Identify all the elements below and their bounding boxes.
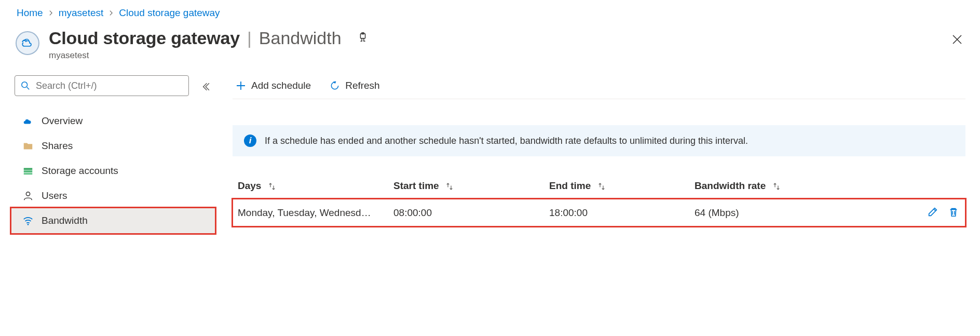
sidebar-nav: Overview Shares [15, 109, 212, 233]
page-subtitle: Bandwidth [259, 28, 342, 48]
refresh-button[interactable]: Refresh [326, 78, 383, 93]
storage-icon [22, 165, 34, 177]
breadcrumb-home[interactable]: Home [17, 7, 43, 19]
breadcrumb-page[interactable]: Cloud storage gateway [119, 7, 220, 19]
main-content: Add schedule Refresh i If a schedule has… [212, 75, 965, 336]
cell-end-time: 18:00:00 [549, 207, 588, 218]
close-button[interactable] [949, 31, 965, 49]
sidebar-search-input[interactable] [15, 75, 189, 96]
plus-icon [236, 80, 246, 91]
column-header-bandwidth-rate[interactable]: Bandwidth rate [689, 175, 908, 199]
sidebar-item-overview[interactable]: Overview [15, 109, 212, 133]
sort-icon [597, 182, 606, 191]
sort-icon [445, 182, 454, 191]
column-header-label: Days [238, 180, 261, 191]
chevron-double-left-icon [200, 82, 210, 91]
column-header-end-time[interactable]: End time [544, 175, 689, 199]
pencil-icon [927, 206, 938, 218]
wifi-icon [22, 214, 34, 227]
sidebar-item-label: Overview [42, 115, 83, 127]
column-header-start-time[interactable]: Start time [388, 175, 544, 199]
sidebar: Overview Shares [15, 75, 212, 336]
chevron-right-icon [108, 10, 114, 16]
info-icon: i [244, 135, 256, 147]
svg-point-6 [26, 192, 30, 196]
add-schedule-label: Add schedule [251, 80, 311, 91]
sort-icon [772, 182, 781, 191]
breadcrumb: Home myasetest Cloud storage gateway [15, 0, 965, 28]
command-bar: Add schedule Refresh [233, 75, 965, 99]
title-separator: | [247, 28, 252, 48]
cell-days: Monday, Tuesday, Wednesd… [238, 207, 383, 219]
schedule-table: Days Start time End time Bandwidth [233, 175, 965, 226]
user-icon [22, 190, 34, 202]
breadcrumb-resource[interactable]: myasetest [59, 7, 104, 19]
sidebar-item-label: Storage accounts [42, 165, 118, 177]
sidebar-item-label: Users [42, 190, 67, 201]
folder-icon [22, 140, 34, 152]
delete-row-button[interactable] [947, 205, 960, 220]
column-header-label: Start time [393, 180, 439, 191]
column-header-days[interactable]: Days [233, 175, 388, 199]
sort-icon [267, 182, 277, 191]
refresh-icon [330, 80, 340, 91]
cell-bandwidth-rate: 64 (Mbps) [695, 207, 739, 218]
add-schedule-button[interactable]: Add schedule [233, 78, 314, 93]
sidebar-item-storage-accounts[interactable]: Storage accounts [15, 158, 212, 183]
refresh-label: Refresh [345, 80, 380, 91]
chevron-right-icon [48, 10, 53, 16]
svg-point-2 [22, 82, 28, 88]
sidebar-item-label: Shares [42, 140, 73, 152]
resource-icon [16, 31, 39, 55]
sidebar-item-users[interactable]: Users [15, 183, 212, 208]
cloud-icon [22, 115, 34, 127]
svg-rect-3 [24, 168, 33, 170]
info-banner: i If a schedule has ended and another sc… [233, 125, 965, 156]
pin-icon [357, 32, 369, 43]
search-icon [21, 81, 30, 90]
edit-row-button[interactable] [926, 205, 940, 220]
sidebar-item-bandwidth[interactable]: Bandwidth [11, 208, 215, 233]
close-icon [952, 34, 962, 45]
svg-point-7 [28, 224, 29, 225]
resource-name: myasetest [49, 50, 940, 61]
sidebar-item-label: Bandwidth [42, 215, 88, 226]
collapse-sidebar-button[interactable] [198, 78, 212, 93]
svg-rect-4 [24, 170, 33, 172]
table-row[interactable]: Monday, Tuesday, Wednesd… 08:00:00 18:00… [233, 199, 965, 226]
column-header-label: End time [549, 180, 591, 191]
page-title: Cloud storage gateway [49, 28, 240, 48]
column-header-label: Bandwidth rate [695, 180, 766, 191]
svg-rect-5 [24, 173, 33, 175]
cell-start-time: 08:00:00 [393, 207, 432, 218]
pin-button[interactable] [355, 30, 371, 47]
sidebar-item-shares[interactable]: Shares [15, 133, 212, 158]
trash-icon [948, 206, 959, 218]
info-banner-text: If a schedule has ended and another sche… [265, 136, 748, 146]
